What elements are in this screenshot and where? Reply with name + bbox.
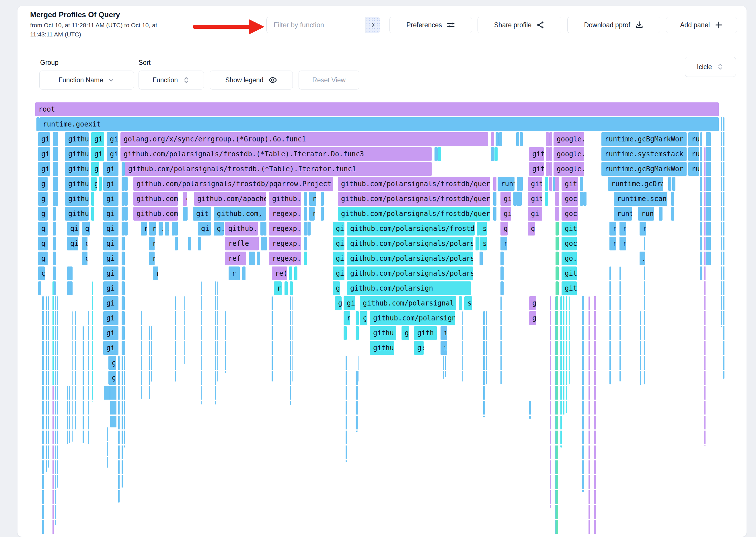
- flame-cell-strip[interactable]: [566, 296, 567, 413]
- flame-cell[interactable]: git: [193, 207, 211, 221]
- flame-cell-strip[interactable]: [307, 222, 311, 235]
- flame-cell[interactable]: github.com/polarsignal: [360, 296, 456, 310]
- flame-cell-strip[interactable]: [644, 237, 645, 384]
- flame-cell-strip[interactable]: [486, 311, 487, 384]
- flame-cell[interactable]: gi: [38, 162, 50, 176]
- flame-cell[interactable]: ç: [183, 192, 187, 206]
- flame-cell[interactable]: github.com/apache: [194, 192, 266, 206]
- flame-cell-strip[interactable]: [499, 132, 502, 146]
- flame-cell[interactable]: g.: [214, 222, 224, 235]
- flame-cell[interactable]: ç: [108, 371, 116, 385]
- flame-cell-strip[interactable]: [83, 326, 84, 443]
- flame-cell-strip[interactable]: [183, 207, 187, 221]
- flame-cell-strip[interactable]: [53, 222, 56, 235]
- flame-cell[interactable]: gi: [103, 162, 118, 176]
- flame-cell-strip[interactable]: [359, 356, 359, 382]
- flame-cell[interactable]: r: [619, 237, 626, 250]
- flame-cell[interactable]: r: [500, 237, 507, 250]
- flame-cell-strip[interactable]: [264, 237, 267, 250]
- flame-cell[interactable]: gi: [107, 147, 118, 161]
- flame-cell[interactable]: gi: [103, 207, 118, 221]
- flame-cell[interactable]: runtime.scanobjec: [614, 192, 667, 206]
- flame-cell[interactable]: :: [321, 192, 324, 206]
- flame-cell-strip[interactable]: [493, 207, 497, 221]
- flame-cell[interactable]: :: [500, 281, 504, 295]
- flame-cell[interactable]: runt.: [614, 207, 632, 221]
- flame-cell-strip[interactable]: [75, 311, 76, 430]
- flame-cell-strip[interactable]: [55, 296, 56, 525]
- flame-cell[interactable]: run: [638, 207, 654, 221]
- flame-cell-strip[interactable]: [122, 252, 125, 265]
- flame-cell[interactable]: gi: [343, 296, 355, 310]
- flame-cell-strip[interactable]: [294, 267, 298, 280]
- flame-cell[interactable]: githu: [65, 132, 89, 146]
- flame-cell[interactable]: goc: [562, 192, 578, 206]
- flame-cell[interactable]: ç: [108, 356, 116, 370]
- flame-cell-strip[interactable]: [36, 117, 40, 131]
- flame-cell[interactable]: :: [500, 267, 504, 280]
- flame-cell[interactable]: r: [153, 267, 158, 280]
- flame-cell[interactable]: gi: [103, 311, 118, 325]
- flame-cell[interactable]: ru: [688, 162, 699, 176]
- flame-cell[interactable]: github.com/polarsignals/polarsign: [347, 252, 473, 265]
- flame-cell[interactable]: goc: [562, 207, 578, 221]
- flame-cell-strip[interactable]: [285, 281, 288, 295]
- flame-cell[interactable]: re(: [272, 267, 287, 280]
- flame-cell-strip[interactable]: [549, 147, 552, 161]
- flame-cell-strip[interactable]: [272, 296, 273, 382]
- flame-cell-strip[interactable]: [556, 252, 559, 265]
- flame-cell[interactable]: runtime.gcDrain: [608, 177, 663, 191]
- flame-cell-strip[interactable]: [55, 177, 58, 191]
- flame-cell-strip[interactable]: [356, 371, 358, 432]
- flame-cell-strip[interactable]: [263, 222, 266, 235]
- flame-cell[interactable]: github.: [269, 192, 301, 206]
- flame-cell-strip[interactable]: [610, 267, 611, 384]
- flame-cell-strip[interactable]: [215, 281, 216, 404]
- flame-cell-strip[interactable]: [519, 192, 522, 206]
- flame-cell-strip[interactable]: [184, 296, 185, 364]
- flame-cell-strip[interactable]: [122, 296, 125, 310]
- flame-cell[interactable]: github.com/polarsignals/polarsign: [347, 267, 473, 280]
- flame-cell[interactable]: gi: [103, 222, 118, 235]
- flame-cell[interactable]: git: [562, 267, 577, 280]
- flame-cell-strip[interactable]: [580, 192, 583, 206]
- flame-cell[interactable]: github.com/polarsignals/frostdb/query: [338, 177, 490, 191]
- flame-cell[interactable]: ref: [225, 252, 246, 265]
- flame-cell[interactable]: github.com/polarsign: [347, 281, 471, 295]
- flame-cell-strip[interactable]: [496, 132, 499, 146]
- flame-cell-strip[interactable]: [257, 252, 260, 265]
- flame-cell[interactable]: runtime.gcBgMarkWor: [601, 162, 687, 176]
- flame-cell[interactable]: gi: [500, 192, 511, 206]
- flame-cell[interactable]: s: [480, 237, 487, 250]
- flame-cell-strip[interactable]: [290, 296, 291, 405]
- flame-cell-strip[interactable]: [48, 296, 49, 468]
- flame-cell-strip[interactable]: [356, 326, 359, 340]
- flame-cell-strip[interactable]: [225, 311, 226, 373]
- flame-cell[interactable]: g: [38, 222, 48, 235]
- flame-cell[interactable]: githu: [65, 177, 89, 191]
- flame-cell-strip[interactable]: [91, 207, 94, 221]
- flame-cell[interactable]: gi: [103, 326, 118, 340]
- flame-cell[interactable]: g: [333, 281, 340, 295]
- flame-cell[interactable]: ç: [82, 252, 88, 265]
- flame-cell-strip[interactable]: [345, 356, 347, 462]
- flame-cell-strip[interactable]: [201, 281, 202, 404]
- flame-cell-strip[interactable]: [304, 237, 307, 250]
- flame-cell[interactable]: r: [619, 222, 626, 235]
- flame-cell-strip[interactable]: [104, 386, 110, 400]
- flame-cell[interactable]: github.com/polarsignals/frostdb.(*Table)…: [120, 147, 432, 161]
- flame-cell-strip[interactable]: [520, 177, 523, 191]
- flame-cell[interactable]: r: [343, 311, 350, 325]
- flame-cell[interactable]: (: [555, 207, 559, 221]
- flame-cell-strip[interactable]: [125, 177, 128, 191]
- flame-cell[interactable]: r: [640, 222, 646, 235]
- flame-cell-strip[interactable]: [583, 192, 586, 206]
- flame-cell-strip[interactable]: [175, 222, 178, 235]
- flame-cell[interactable]: ı: [188, 237, 191, 250]
- flame-cell[interactable]: g: [528, 222, 535, 235]
- flame-cell-strip[interactable]: [493, 192, 497, 206]
- flame-cell[interactable]: git: [562, 222, 577, 235]
- flame-cell-strip[interactable]: [668, 177, 671, 191]
- flame-cell[interactable]: git: [528, 192, 542, 206]
- flame-cell-strip[interactable]: [92, 281, 93, 402]
